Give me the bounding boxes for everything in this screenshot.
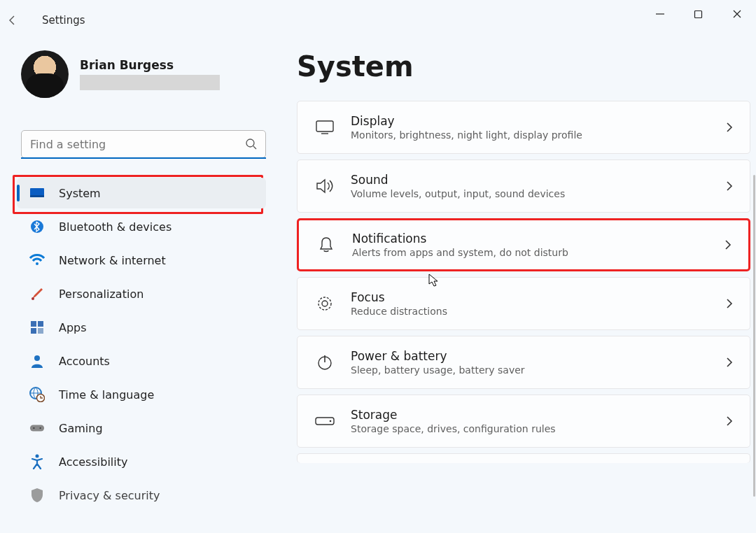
svg-point-23 [322,301,328,306]
svg-point-17 [33,427,34,429]
bell-icon [316,236,337,253]
close-button[interactable] [718,0,756,28]
sidebar-item-network[interactable]: Network & internet [17,245,266,276]
sidebar-item-accounts[interactable]: Accounts [17,346,266,376]
maximize-button[interactable] [679,0,718,28]
sidebar-item-system[interactable]: System [17,178,266,208]
sidebar-item-apps[interactable]: Apps [17,312,266,343]
sidebar-item-label: Accessibility [59,455,127,469]
card-subtitle: Volume levels, output, input, sound devi… [351,188,726,199]
window-controls [640,0,756,32]
search-wrap [21,130,266,158]
card-title: Storage [351,408,726,422]
card-focus[interactable]: Focus Reduce distractions [297,277,750,330]
display-icon [314,120,335,134]
app-title: Settings [42,14,85,27]
sidebar-item-label: Privacy & security [59,489,160,502]
monitor-icon [29,185,45,201]
power-icon [314,354,335,371]
card-subtitle: Sleep, battery usage, battery saver [351,364,726,376]
svg-rect-12 [38,328,43,334]
card-subtitle: Alerts from apps and system, do not dist… [352,247,724,258]
svg-point-22 [318,297,331,310]
bluetooth-icon [29,219,45,234]
chevron-right-icon [726,180,733,192]
svg-rect-9 [31,321,36,327]
card-subtitle: Reduce distractions [351,306,726,317]
svg-rect-20 [316,121,333,132]
gamepad-icon [29,420,45,436]
chevron-right-icon [726,357,733,368]
globe-clock-icon [29,387,45,402]
search-input[interactable] [21,130,266,158]
card-subtitle: Storage space, drives, configuration rul… [351,423,726,434]
account-icon [29,353,45,369]
scrollbar-thumb[interactable] [753,175,755,497]
chevron-right-icon [726,415,733,427]
chevron-right-icon [726,122,733,133]
apps-icon [29,320,45,335]
svg-point-7 [36,262,38,265]
wifi-icon [29,253,45,268]
back-button[interactable] [7,15,35,26]
card-partial-next[interactable] [297,453,750,463]
sidebar-item-label: Time & language [59,388,154,401]
main-panel: System Display Monitors, brightness, nig… [297,46,750,533]
sidebar-item-label: Accounts [59,355,110,368]
card-title: Notifications [352,232,724,246]
svg-point-19 [36,455,39,458]
sidebar-item-accessibility[interactable]: Accessibility [17,446,266,477]
sidebar-item-label: Personalization [59,287,144,301]
card-title: Power & battery [351,349,726,363]
sidebar-item-label: System [59,187,101,200]
svg-point-8 [31,297,34,300]
focus-icon [314,295,335,312]
sidebar-item-label: Network & internet [59,254,166,267]
card-notifications[interactable]: Notifications Alerts from apps and syste… [297,218,750,271]
minimize-button[interactable] [640,0,679,28]
sound-icon [314,178,335,194]
sidebar-item-privacy[interactable]: Privacy & security [17,480,266,511]
card-power[interactable]: Power & battery Sleep, battery usage, ba… [297,336,750,389]
svg-point-18 [39,427,41,429]
page-heading: System [297,50,750,83]
svg-point-13 [34,355,40,361]
svg-rect-5 [30,195,44,197]
card-title: Display [351,114,726,128]
user-block[interactable]: Brian Burgess [21,50,220,98]
svg-rect-1 [695,10,702,17]
sidebar-item-time-language[interactable]: Time & language [17,379,266,410]
svg-rect-16 [30,425,44,431]
sidebar-item-label: Apps [59,321,87,334]
accessibility-icon [29,454,45,469]
sidebar-item-label: Gaming [59,422,103,435]
card-title: Sound [351,173,726,187]
avatar [21,50,69,98]
card-subtitle: Monitors, brightness, night light, displ… [351,129,726,141]
svg-point-27 [330,420,332,422]
storage-icon [314,415,335,427]
card-sound[interactable]: Sound Volume levels, output, input, soun… [297,159,750,213]
chevron-right-icon [726,298,733,309]
sidebar-item-bluetooth[interactable]: Bluetooth & devices [17,211,266,242]
brush-icon [29,286,45,301]
sidebar: System Bluetooth & devices Network & int… [13,175,266,533]
svg-rect-10 [38,321,43,327]
sidebar-item-label: Bluetooth & devices [59,220,172,234]
svg-rect-11 [31,328,36,334]
card-display[interactable]: Display Monitors, brightness, night ligh… [297,101,750,154]
sidebar-item-gaming[interactable]: Gaming [17,413,266,443]
card-title: Focus [351,290,726,304]
sidebar-item-personalization[interactable]: Personalization [17,278,266,309]
chevron-right-icon [724,239,732,250]
user-name: Brian Burgess [80,58,220,72]
user-email-redacted [80,75,220,90]
card-storage[interactable]: Storage Storage space, drives, configura… [297,395,750,448]
shield-icon [29,488,45,503]
